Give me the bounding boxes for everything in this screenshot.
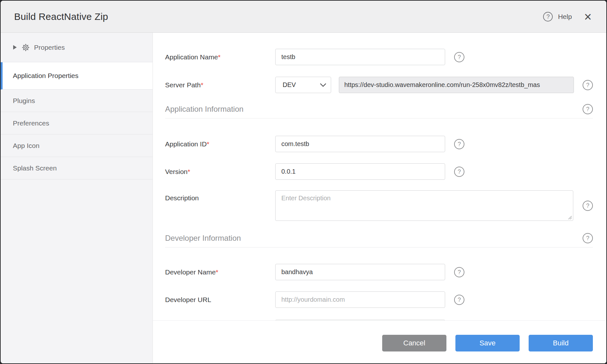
application-id-help-icon[interactable]: ? — [454, 139, 464, 149]
description-label: Description — [165, 190, 275, 202]
sidebar-item-label: Preferences — [13, 119, 49, 127]
application-name-help-icon[interactable]: ? — [454, 52, 464, 62]
sidebar-item-splash-screen[interactable]: Splash Screen — [1, 157, 153, 179]
version-help-icon[interactable]: ? — [454, 167, 464, 177]
developer-information-help-icon[interactable]: ? — [583, 233, 593, 243]
expand-arrow-icon[interactable] — [13, 45, 17, 50]
developer-name-help-icon[interactable]: ? — [454, 267, 464, 277]
sidebar-item-label: Properties — [34, 44, 65, 51]
required-marker: * — [207, 140, 209, 148]
help-glyph: ? — [458, 297, 461, 303]
help-icon[interactable]: ? — [543, 12, 553, 22]
sidebar-item-label: Plugins — [13, 97, 35, 105]
cancel-button[interactable]: Cancel — [382, 335, 446, 351]
required-marker: * — [218, 53, 221, 61]
developer-url-help-icon[interactable]: ? — [454, 295, 464, 305]
developer-name-input[interactable] — [275, 264, 445, 280]
dialog-header: Build ReactNative Zip ? Help × — [1, 1, 606, 33]
sidebar-item-preferences[interactable]: Preferences — [1, 112, 153, 134]
gear-icon — [22, 43, 30, 52]
help-glyph: ? — [586, 106, 589, 112]
build-reactnative-zip-dialog: Build ReactNative Zip ? Help × — [0, 0, 607, 364]
help-glyph: ? — [586, 82, 589, 88]
application-name-input[interactable] — [275, 49, 445, 65]
description-textarea[interactable] — [275, 190, 573, 221]
sidebar-item-label: Application Properties — [13, 72, 78, 80]
section-divider — [165, 118, 593, 118]
server-path-row: Server Path* DEV https://dev-studio.wave… — [165, 77, 593, 93]
description-row: Description ? — [165, 190, 593, 221]
application-name-label: Application Name* — [165, 53, 275, 61]
sidebar-item-label: App Icon — [13, 142, 40, 150]
sidebar-item-application-properties[interactable]: Application Properties — [1, 62, 153, 90]
developer-url-row: Developer URL ? — [165, 291, 593, 308]
required-marker: * — [216, 268, 218, 276]
help-glyph: ? — [458, 141, 461, 147]
chevron-down-icon — [320, 83, 326, 87]
header-actions: ? Help × — [543, 12, 592, 22]
description-help-icon[interactable]: ? — [583, 201, 593, 211]
application-properties-panel: Application Name* ? Server Path* DEV htt… — [153, 33, 606, 363]
server-path-label: Server Path* — [165, 81, 275, 89]
sidebar-item-app-icon[interactable]: App Icon — [1, 134, 153, 157]
server-path-selected-option: DEV — [283, 81, 296, 89]
application-properties-form: Application Name* ? Server Path* DEV htt… — [153, 33, 606, 363]
developer-url-input[interactable] — [275, 291, 445, 308]
help-icon-glyph: ? — [546, 13, 550, 20]
help-glyph: ? — [458, 269, 461, 275]
save-button[interactable]: Save — [455, 335, 520, 351]
application-information-title: Application Information — [165, 105, 243, 114]
developer-url-label: Developer URL — [165, 296, 275, 304]
help-glyph: ? — [458, 169, 461, 175]
required-marker: * — [188, 168, 190, 175]
server-path-help-icon[interactable]: ? — [583, 80, 593, 90]
developer-information-section: Developer Information ? — [165, 233, 593, 243]
help-glyph: ? — [458, 54, 461, 60]
server-path-url-field: https://dev-studio.wavemakeronline.com/r… — [339, 77, 574, 93]
dialog-sidebar: Properties Application Properties Plugin… — [1, 33, 153, 363]
version-row: Version* ? — [165, 163, 593, 180]
version-label: Version* — [165, 168, 275, 176]
help-link[interactable]: Help — [558, 13, 572, 21]
build-button[interactable]: Build — [529, 335, 593, 351]
developer-name-label: Developer Name* — [165, 268, 275, 276]
server-path-select[interactable]: DEV — [275, 77, 331, 93]
developer-information-title: Developer Information — [165, 234, 241, 243]
section-divider — [165, 247, 593, 247]
application-information-section: Application Information ? — [165, 104, 593, 114]
application-id-label: Application ID* — [165, 140, 275, 148]
version-input[interactable] — [275, 163, 445, 180]
dialog-title: Build ReactNative Zip — [14, 11, 108, 22]
required-marker: * — [201, 81, 203, 89]
application-id-row: Application ID* ? — [165, 136, 593, 152]
sidebar-item-label: Splash Screen — [13, 164, 57, 172]
application-name-row: Application Name* ? — [165, 49, 593, 65]
help-glyph: ? — [586, 235, 589, 241]
application-information-help-icon[interactable]: ? — [583, 104, 593, 114]
help-glyph: ? — [586, 203, 589, 209]
close-icon[interactable]: × — [584, 12, 592, 22]
application-id-input[interactable] — [275, 136, 445, 152]
developer-name-row: Developer Name* ? — [165, 264, 593, 280]
dialog-footer: Cancel Save Build — [153, 320, 606, 363]
sidebar-item-plugins[interactable]: Plugins — [1, 90, 153, 112]
sidebar-item-properties[interactable]: Properties — [1, 33, 153, 62]
